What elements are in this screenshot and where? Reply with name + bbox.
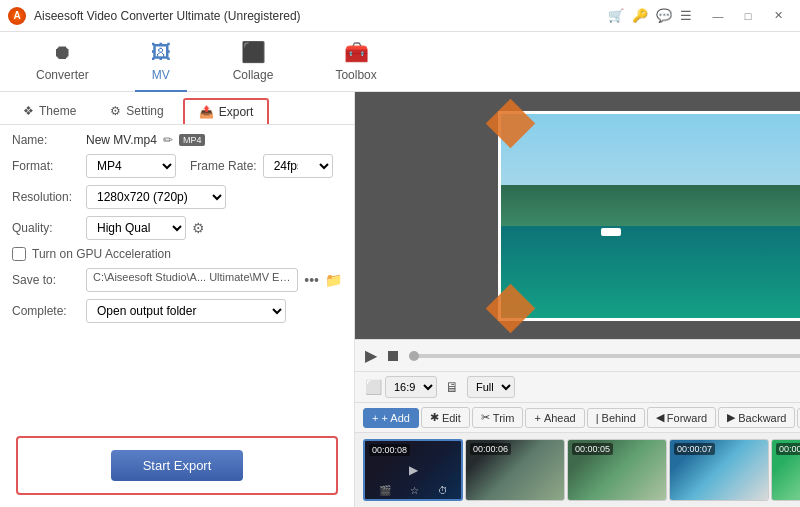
scene-sky: [501, 114, 800, 196]
clip-icons-1: 🎬 ☆ ⏱: [365, 485, 461, 496]
edit-icon[interactable]: ✏: [163, 133, 173, 147]
main-content: ❖ Theme ⚙ Setting 📤 Export Name: New MV.…: [0, 92, 800, 507]
tab-mv[interactable]: 🖼 MV: [135, 33, 187, 92]
maximize-button[interactable]: □: [734, 6, 762, 26]
backward-icon: ▶: [727, 411, 735, 424]
clip-item-1[interactable]: 00:00:08 ▶ 🎬 ☆ ⏱: [363, 439, 463, 501]
trim-icon: ✂: [481, 411, 490, 424]
clip-video-icon-1: 🎬: [379, 485, 391, 496]
trim-button[interactable]: ✂ Trim: [472, 407, 524, 428]
edit-icon: ✱: [430, 411, 439, 424]
clip-duration-1: 00:00:08: [369, 444, 410, 456]
title-bar-icons: 🛒 🔑 💬 ☰: [608, 8, 692, 23]
name-value: New MV.mp4: [86, 133, 157, 147]
clip-item-4[interactable]: 00:00:07: [669, 439, 769, 501]
format-label: Format:: [12, 159, 80, 173]
view-mode-select[interactable]: Full Fit: [467, 376, 515, 398]
clip-item-5[interactable]: 00:00:09: [771, 439, 800, 501]
format-select[interactable]: MP4 MOV AVI: [86, 154, 176, 178]
clip-timer-icon-1: ⏱: [438, 485, 448, 496]
saveto-path: C:\Aiseesoft Studio\A... Ultimate\MV Exp…: [86, 268, 298, 292]
fps-select[interactable]: 24fps 30fps 60fps: [263, 154, 333, 178]
behind-button[interactable]: | Behind: [587, 408, 645, 428]
form-area: Name: New MV.mp4 ✏ MP4 Format: MP4 MOV A…: [0, 125, 354, 428]
tab-toolbox[interactable]: 🧰 Toolbox: [319, 32, 392, 92]
tab-mv-label: MV: [152, 68, 170, 82]
clip-duration-5: 00:00:09: [776, 443, 800, 455]
playback-bar: ▶ ⏹ 00:00:000.00/00:00:10.00 🔊: [355, 339, 800, 371]
behind-icon: |: [596, 412, 599, 424]
sub-tabs: ❖ Theme ⚙ Setting 📤 Export: [0, 92, 354, 125]
monitor-icon: 🖥: [445, 379, 459, 395]
clip-strip: 00:00:08 ▶ 🎬 ☆ ⏱ 00:00:06 00:00:05: [355, 433, 800, 507]
quality-row: Quality: High Quality Medium Quality Low…: [12, 216, 342, 240]
stop-button[interactable]: ⏹: [385, 347, 401, 365]
key-icon[interactable]: 🔑: [632, 8, 648, 23]
name-label: Name:: [12, 133, 80, 147]
path-dots-button[interactable]: •••: [304, 272, 319, 288]
app-logo: A: [8, 7, 26, 25]
gpu-checkbox[interactable]: [12, 247, 26, 261]
clip-play-1: ▶: [409, 463, 418, 477]
complete-label: Complete:: [12, 304, 80, 318]
tab-toolbox-label: Toolbox: [335, 68, 376, 82]
sub-tab-setting[interactable]: ⚙ Setting: [95, 98, 178, 124]
nav-bar: ⏺ Converter 🖼 MV ⬛ Collage 🧰 Toolbox: [0, 32, 800, 92]
collage-icon: ⬛: [241, 40, 266, 64]
clip-item-2[interactable]: 00:00:06: [465, 439, 565, 501]
clip-star-icon-1: ☆: [410, 485, 419, 496]
play-button[interactable]: ▶: [365, 346, 377, 365]
sub-tab-theme[interactable]: ❖ Theme: [8, 98, 91, 124]
chat-icon[interactable]: 💬: [656, 8, 672, 23]
start-export-button-left[interactable]: Start Export: [111, 450, 244, 481]
name-row: Name: New MV.mp4 ✏ MP4: [12, 133, 342, 147]
tab-converter[interactable]: ⏺ Converter: [20, 33, 105, 92]
sub-tab-export[interactable]: 📤 Export: [183, 98, 270, 124]
clip-item-3[interactable]: 00:00:05: [567, 439, 667, 501]
converter-icon: ⏺: [52, 41, 72, 64]
backward-button[interactable]: ▶ Backward: [718, 407, 795, 428]
progress-dot: [409, 351, 419, 361]
quality-select[interactable]: High Quality Medium Quality Low Quality: [86, 216, 186, 240]
menu-icon[interactable]: ☰: [680, 8, 692, 23]
progress-track[interactable]: [409, 354, 800, 358]
quality-label: Quality:: [12, 221, 80, 235]
tab-collage[interactable]: ⬛ Collage: [217, 32, 290, 92]
theme-tab-icon: ❖: [23, 104, 34, 118]
saveto-row: Save to: C:\Aiseesoft Studio\A... Ultima…: [12, 268, 342, 292]
resolution-row: Resolution: 1280x720 (720p) 1920x1080 (1…: [12, 185, 342, 209]
minimize-button[interactable]: —: [704, 6, 732, 26]
cart-icon[interactable]: 🛒: [608, 8, 624, 23]
ahead-button[interactable]: + Ahead: [525, 408, 584, 428]
folder-button[interactable]: 📁: [325, 272, 342, 288]
add-button[interactable]: + + Add: [363, 408, 419, 428]
clip-duration-4: 00:00:07: [674, 443, 715, 455]
gpu-label: Turn on GPU Acceleration: [32, 247, 171, 261]
edit-button[interactable]: ✱ Edit: [421, 407, 470, 428]
aspect-ratio-select[interactable]: 16:9 4:3 1:1: [385, 376, 437, 398]
export-tab-icon: 📤: [199, 105, 214, 119]
left-panel: ❖ Theme ⚙ Setting 📤 Export Name: New MV.…: [0, 92, 355, 507]
preview-image: [501, 114, 800, 318]
add-icon: +: [372, 412, 378, 424]
preview-frame: +: [498, 111, 800, 321]
title-bar: A Aiseesoft Video Converter Ultimate (Un…: [0, 0, 800, 32]
resolution-select[interactable]: 1280x720 (720p) 1920x1080 (1080p) 3840x2…: [86, 185, 226, 209]
forward-button[interactable]: ◀ Forward: [647, 407, 716, 428]
aspect-ratio-wrapper: ⬜ 16:9 4:3 1:1: [365, 376, 437, 398]
complete-select[interactable]: Open output folder Do nothing: [86, 299, 286, 323]
setting-tab-label: Setting: [126, 104, 163, 118]
gpu-row: Turn on GPU Acceleration: [12, 247, 342, 261]
window-controls: — □ ✕: [704, 6, 792, 26]
toolbox-icon: 🧰: [344, 40, 369, 64]
mv-icon: 🖼: [151, 41, 171, 64]
quality-settings-button[interactable]: ⚙: [192, 220, 205, 236]
close-button[interactable]: ✕: [764, 6, 792, 26]
clip-duration-2: 00:00:06: [470, 443, 511, 455]
aspect-ratio-icon: ⬜: [365, 379, 382, 395]
ahead-icon: +: [534, 412, 540, 424]
forward-icon: ◀: [656, 411, 664, 424]
right-panel: + ▶ ⏹ 00:00:000.00/00:00:10.00 🔊 ⬜ 16:9 …: [355, 92, 800, 507]
theme-tab-label: Theme: [39, 104, 76, 118]
export-tab-label: Export: [219, 105, 254, 119]
